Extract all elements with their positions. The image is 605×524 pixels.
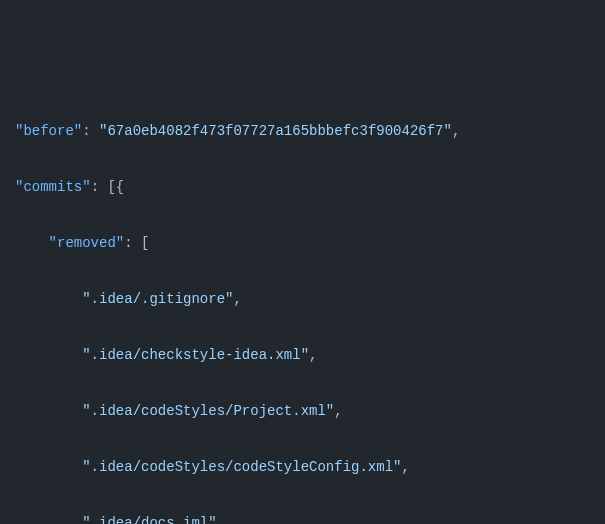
- value: ".idea/checkstyle-idea.xml": [82, 347, 309, 363]
- key: "removed": [49, 235, 125, 251]
- json-line-before: "before": "67a0eb4082f473f07727a165bbbef…: [15, 117, 590, 145]
- json-line-removed-item: ".idea/checkstyle-idea.xml",: [15, 341, 590, 369]
- value: ".idea/docs.iml": [82, 515, 216, 524]
- json-line-removed-item: ".idea/.gitignore",: [15, 285, 590, 313]
- value: ".idea/codeStyles/Project.xml": [82, 403, 334, 419]
- json-line-removed-item: ".idea/docs.iml",: [15, 509, 590, 524]
- value: "67a0eb4082f473f07727a165bbbefc3f900426f…: [99, 123, 452, 139]
- json-line-commits: "commits": [{: [15, 173, 590, 201]
- json-line-removed: "removed": [: [15, 229, 590, 257]
- value: ".idea/codeStyles/codeStyleConfig.xml": [82, 459, 401, 475]
- value: ".idea/.gitignore": [82, 291, 233, 307]
- json-line-removed-item: ".idea/codeStyles/Project.xml",: [15, 397, 590, 425]
- key: "before": [15, 123, 82, 139]
- key: "commits": [15, 179, 91, 195]
- json-line-removed-item: ".idea/codeStyles/codeStyleConfig.xml",: [15, 453, 590, 481]
